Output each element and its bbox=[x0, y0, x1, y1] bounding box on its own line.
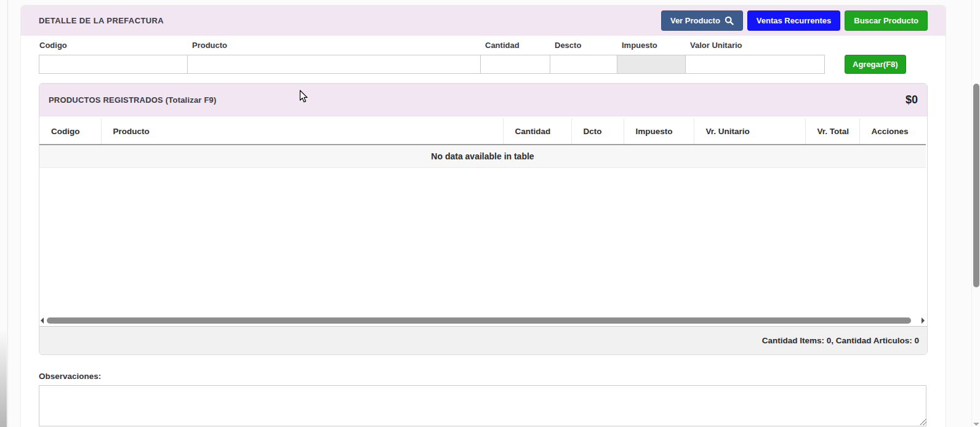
productos-registrados-panel: PRODUCTOS REGISTRADOS (Totalizar F9) $0 … bbox=[39, 83, 928, 355]
field-codigo: Codigo bbox=[39, 41, 188, 74]
column-header-producto[interactable]: Producto bbox=[101, 119, 503, 145]
observations-section: Observaciones: bbox=[39, 372, 928, 426]
descto-input[interactable] bbox=[550, 55, 617, 74]
products-table: Codigo Producto Cantidad Dcto Impuesto V… bbox=[39, 119, 926, 168]
search-icon bbox=[725, 16, 734, 25]
ver-producto-label: Ver Producto bbox=[670, 16, 720, 25]
observations-label: Observaciones: bbox=[39, 372, 928, 381]
valor-unitario-input[interactable] bbox=[685, 55, 825, 74]
prefactura-card-body: Codigo Producto Cantidad Descto Impuesto bbox=[21, 41, 946, 426]
buscar-producto-button[interactable]: Buscar Producto bbox=[845, 10, 928, 31]
no-data-message: No data available in table bbox=[39, 145, 926, 167]
left-panel-divider bbox=[7, 0, 8, 427]
products-table-header-row: Codigo Producto Cantidad Dcto Impuesto V… bbox=[39, 119, 926, 145]
impuesto-input bbox=[617, 55, 686, 74]
prefactura-page: DETALLE DE LA PREFACTURA Ver Producto Ve… bbox=[0, 0, 980, 427]
field-valor-unitario: Valor Unitario bbox=[685, 41, 825, 74]
left-panel-shadow bbox=[0, 329, 7, 427]
empty-table-row: No data available in table bbox=[39, 145, 926, 167]
valor-unitario-label: Valor Unitario bbox=[685, 41, 825, 55]
impuesto-label: Impuesto bbox=[617, 41, 686, 55]
agregar-button[interactable]: Agregar(F8) bbox=[845, 55, 906, 74]
items-count-summary: Cantidad Items: 0, Cantidad Articulos: 0 bbox=[762, 336, 919, 345]
productos-registrados-header: PRODUCTOS REGISTRADOS (Totalizar F9) $0 bbox=[39, 84, 927, 116]
column-header-cantidad[interactable]: Cantidad bbox=[503, 119, 571, 145]
column-header-vr-total[interactable]: Vr. Total bbox=[805, 119, 859, 145]
table-empty-area bbox=[39, 168, 927, 316]
scroll-left-arrow-icon[interactable] bbox=[41, 317, 44, 324]
cantidad-input[interactable] bbox=[480, 55, 550, 74]
field-impuesto: Impuesto bbox=[617, 41, 686, 74]
producto-input[interactable] bbox=[187, 55, 481, 74]
add-product-form: Codigo Producto Cantidad Descto Impuesto bbox=[39, 41, 928, 74]
codigo-input[interactable] bbox=[39, 55, 188, 74]
page-title: DETALLE DE LA PREFACTURA bbox=[39, 16, 164, 25]
cantidad-label: Cantidad bbox=[480, 41, 550, 55]
vertical-scrollbar-thumb[interactable] bbox=[973, 84, 979, 287]
column-header-codigo[interactable]: Codigo bbox=[39, 119, 101, 145]
column-header-dcto[interactable]: Dcto bbox=[571, 119, 624, 145]
observations-textarea[interactable] bbox=[39, 385, 926, 426]
producto-label: Producto bbox=[187, 41, 481, 55]
prefactura-card-header: DETALLE DE LA PREFACTURA Ver Producto Ve… bbox=[21, 6, 946, 36]
field-cantidad: Cantidad bbox=[480, 41, 550, 74]
scroll-right-arrow-icon[interactable] bbox=[922, 317, 925, 324]
products-summary-bar: Cantidad Items: 0, Cantidad Articulos: 0 bbox=[39, 326, 927, 354]
horizontal-scrollbar-thumb[interactable] bbox=[47, 317, 911, 324]
productos-registrados-title: PRODUCTOS REGISTRADOS (Totalizar F9) bbox=[49, 95, 217, 105]
vertical-scrollbar[interactable] bbox=[971, 0, 980, 427]
ventas-recurrentes-button[interactable]: Ventas Recurrentes bbox=[747, 10, 840, 31]
column-header-acciones[interactable]: Acciones bbox=[859, 119, 926, 145]
header-buttons: Ver Producto Ventas Recurrentes Buscar P… bbox=[661, 10, 928, 31]
total-amount: $0 bbox=[906, 94, 918, 106]
column-header-impuesto[interactable]: Impuesto bbox=[624, 119, 694, 145]
column-header-vr-unitario[interactable]: Vr. Unitario bbox=[694, 119, 805, 145]
field-descto: Descto bbox=[550, 41, 617, 74]
field-producto: Producto bbox=[187, 41, 481, 74]
prefactura-card: DETALLE DE LA PREFACTURA Ver Producto Ve… bbox=[20, 5, 946, 427]
ver-producto-button[interactable]: Ver Producto bbox=[661, 10, 743, 31]
textarea-resize-handle[interactable] bbox=[920, 419, 926, 425]
codigo-label: Codigo bbox=[39, 41, 188, 55]
descto-label: Descto bbox=[550, 41, 617, 55]
scroll-down-arrow-icon[interactable] bbox=[973, 423, 979, 426]
horizontal-scrollbar[interactable] bbox=[39, 316, 927, 326]
